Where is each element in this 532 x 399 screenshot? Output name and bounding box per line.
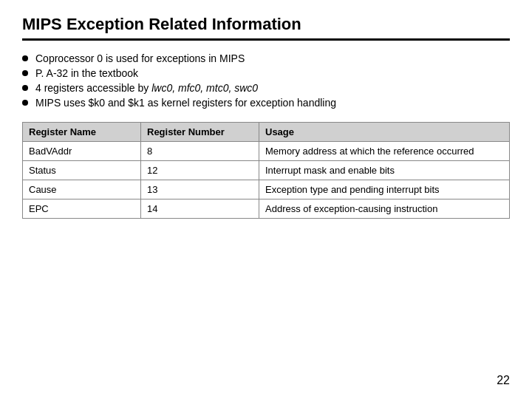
bullet-text-2: P. A-32 in the textbook xyxy=(35,67,138,79)
list-item: 4 registers accessible by lwc0, mfc0, mt… xyxy=(22,82,510,94)
page-number: 22 xyxy=(497,374,510,387)
bullet-dot xyxy=(22,85,28,91)
slide-container: MIPS Exception Related Information Copro… xyxy=(0,0,532,399)
bullet-dot xyxy=(22,55,28,61)
cell-register-name: BadVAddr xyxy=(23,142,141,161)
table-row: Status12Interrupt mask and enable bits xyxy=(23,161,510,180)
cell-register-name: Status xyxy=(23,161,141,180)
cell-usage: Interrupt mask and enable bits xyxy=(259,161,510,180)
cell-usage: Memory address at which the reference oc… xyxy=(259,142,510,161)
cell-usage: Address of exception-causing instruction xyxy=(259,200,510,219)
cell-register-name: EPC xyxy=(23,200,141,219)
list-item: Coprocessor 0 is used for exceptions in … xyxy=(22,52,510,64)
cell-usage: Exception type and pending interrupt bit… xyxy=(259,180,510,200)
bullet-text-4: MIPS uses $k0 and $k1 as kernel register… xyxy=(35,97,336,109)
bullet-dot xyxy=(22,100,28,106)
cell-register-number: 13 xyxy=(141,180,259,200)
table-row: BadVAddr8Memory address at which the ref… xyxy=(23,142,510,161)
cell-register-name: Cause xyxy=(23,180,141,200)
col-header-usage: Usage xyxy=(259,123,510,142)
table-row: EPC14Address of exception-causing instru… xyxy=(23,200,510,219)
bullet-text-1: Coprocessor 0 is used for exceptions in … xyxy=(35,52,245,64)
bullet-text-3: 4 registers accessible by lwc0, mfc0, mt… xyxy=(35,82,258,94)
bullet-list: Coprocessor 0 is used for exceptions in … xyxy=(22,52,510,109)
cell-register-number: 14 xyxy=(141,200,259,219)
list-item: P. A-32 in the textbook xyxy=(22,67,510,79)
col-header-number: Register Number xyxy=(141,123,259,142)
bullet-dot xyxy=(22,70,28,76)
list-item: MIPS uses $k0 and $k1 as kernel register… xyxy=(22,97,510,109)
table-header-row: Register Name Register Number Usage xyxy=(23,123,510,142)
col-header-name: Register Name xyxy=(23,123,141,142)
table-row: Cause13Exception type and pending interr… xyxy=(23,180,510,200)
registers-table: Register Name Register Number Usage BadV… xyxy=(22,122,510,219)
cell-register-number: 12 xyxy=(141,161,259,180)
page-title: MIPS Exception Related Information xyxy=(22,15,510,34)
title-divider xyxy=(22,38,510,41)
cell-register-number: 8 xyxy=(141,142,259,161)
